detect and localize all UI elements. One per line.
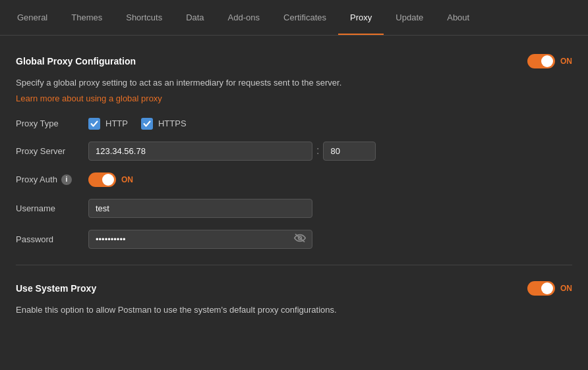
proxy-auth-toggle[interactable]	[88, 172, 116, 187]
proxy-auth-toggle-wrapper: ON	[88, 172, 133, 187]
https-label: HTTPS	[158, 119, 187, 128]
password-input-wrapper	[88, 230, 312, 249]
global-proxy-toggle-wrapper: ON	[527, 54, 572, 68]
nav-item-addons[interactable]: Add-ons	[216, 0, 272, 35]
nav-item-data[interactable]: Data	[174, 0, 216, 35]
https-checkbox[interactable]	[141, 118, 153, 130]
proxy-auth-toggle-label: ON	[121, 175, 133, 184]
http-label: HTTP	[105, 119, 128, 128]
global-proxy-toggle[interactable]	[527, 54, 555, 68]
content-area: Global Proxy Configuration ON Specify a …	[0, 36, 588, 370]
system-proxy-header: Use System Proxy ON	[16, 281, 572, 296]
nav-item-shortcuts[interactable]: Shortcuts	[114, 0, 174, 35]
http-checkbox-item[interactable]: HTTP	[88, 118, 128, 130]
navigation: General Themes Shortcuts Data Add-ons Ce…	[0, 0, 588, 36]
global-proxy-header: Global Proxy Configuration ON	[16, 54, 572, 68]
colon-separator: :	[316, 145, 319, 157]
section-divider	[16, 265, 572, 265]
proxy-server-group: :	[88, 142, 376, 161]
https-checkbox-item[interactable]: HTTPS	[141, 118, 187, 130]
password-label: Password	[16, 234, 88, 244]
proxy-server-label: Proxy Server	[16, 146, 88, 156]
global-proxy-toggle-label: ON	[560, 57, 572, 66]
proxy-type-label: Proxy Type	[16, 119, 88, 128]
nav-item-general[interactable]: General	[5, 0, 59, 35]
global-proxy-description: Specify a global proxy setting to act as…	[16, 76, 572, 90]
toggle-password-icon[interactable]	[294, 234, 306, 245]
nav-item-certificates[interactable]: Certificates	[272, 0, 338, 35]
proxy-auth-info-icon[interactable]: i	[61, 174, 72, 185]
system-proxy-title: Use System Proxy	[16, 283, 96, 294]
learn-more-link[interactable]: Learn more about using a global proxy	[16, 93, 162, 103]
system-proxy-description: Enable this option to allow Postman to u…	[16, 304, 572, 317]
username-row: Username	[16, 199, 572, 218]
system-proxy-toggle-label: ON	[560, 284, 572, 293]
proxy-server-row: Proxy Server :	[16, 142, 572, 161]
proxy-type-checkboxes: HTTP HTTPS	[88, 118, 187, 130]
nav-item-about[interactable]: About	[435, 0, 481, 35]
system-proxy-toggle[interactable]	[527, 281, 555, 296]
password-input[interactable]	[88, 230, 312, 249]
nav-item-update[interactable]: Update	[384, 0, 435, 35]
proxy-auth-label: Proxy Auth i	[16, 174, 88, 185]
username-label: Username	[16, 203, 88, 213]
proxy-port-input[interactable]	[323, 142, 376, 161]
proxy-auth-row: Proxy Auth i ON	[16, 172, 572, 187]
system-proxy-toggle-wrapper: ON	[527, 281, 572, 296]
password-row: Password	[16, 230, 572, 249]
proxy-server-input[interactable]	[88, 142, 312, 161]
http-checkbox[interactable]	[88, 118, 100, 130]
nav-item-themes[interactable]: Themes	[59, 0, 114, 35]
proxy-type-row: Proxy Type HTTP HTTP	[16, 118, 572, 130]
username-input[interactable]	[88, 199, 312, 218]
nav-item-proxy[interactable]: Proxy	[338, 0, 384, 35]
global-proxy-title: Global Proxy Configuration	[16, 56, 136, 66]
